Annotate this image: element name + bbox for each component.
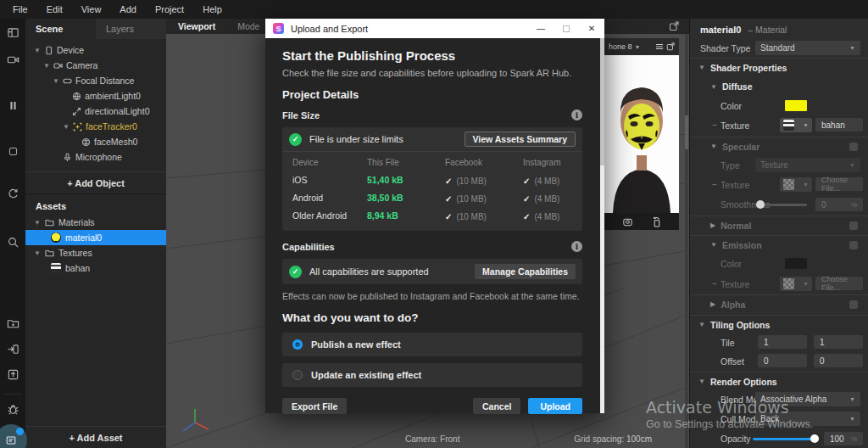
export-file-button[interactable]: Export File bbox=[282, 398, 347, 414]
tab-scene[interactable]: Scene bbox=[25, 19, 96, 39]
publish-note: Effects can now be published to Instagra… bbox=[282, 291, 582, 301]
opacity-value-field[interactable]: 100% bbox=[824, 432, 863, 445]
emission-choose-file-button[interactable]: Choose File... bbox=[815, 277, 863, 290]
chevron-down-icon[interactable]: ▼ bbox=[63, 123, 70, 131]
tree-item-ambient-light[interactable]: ambientLight0 bbox=[72, 88, 141, 104]
tab-layers[interactable]: Layers bbox=[96, 19, 166, 39]
menu-project[interactable]: Project bbox=[146, 4, 193, 14]
smoothness-value-field[interactable]: 0% bbox=[815, 198, 863, 211]
section-diffuse[interactable]: ▼Diffuse bbox=[690, 77, 868, 96]
restart-icon[interactable] bbox=[6, 187, 19, 200]
folder-icon bbox=[45, 218, 54, 227]
video-camera-icon[interactable] bbox=[6, 53, 19, 66]
cancel-button[interactable]: Cancel bbox=[473, 398, 520, 414]
menu-view[interactable]: View bbox=[72, 4, 111, 14]
tree-item-device[interactable]: ▼ Device bbox=[34, 42, 84, 58]
diffuse-color-swatch[interactable] bbox=[785, 100, 807, 111]
specular-texture-picker[interactable]: ▼ bbox=[780, 177, 812, 192]
dialog-titlebar[interactable]: S Upload and Export — ✕ bbox=[265, 19, 604, 38]
menu-edit[interactable]: Edit bbox=[37, 4, 72, 14]
export-icon[interactable] bbox=[6, 367, 19, 381]
menu-file[interactable]: File bbox=[3, 4, 37, 14]
smoothness-slider[interactable] bbox=[758, 204, 807, 206]
offset-x-field[interactable]: 0 bbox=[758, 354, 807, 367]
chevron-down-icon[interactable]: ▼ bbox=[34, 249, 41, 257]
opacity-slider[interactable] bbox=[753, 438, 817, 440]
tree-item-face-mesh[interactable]: faceMesh0 bbox=[81, 134, 137, 149]
directional-light-icon bbox=[72, 107, 81, 116]
rotate-device-icon[interactable] bbox=[651, 216, 662, 227]
section-shader-properties[interactable]: ▼Shader Properties bbox=[690, 58, 868, 76]
menu-add[interactable]: Add bbox=[110, 4, 146, 14]
section-tiling-options[interactable]: ▼Tiling Options bbox=[690, 315, 868, 333]
chevron-down-icon[interactable]: ▼ bbox=[34, 47, 41, 54]
specular-type-dropdown[interactable]: Texture▼ bbox=[755, 158, 860, 172]
tab-viewport[interactable]: Viewport bbox=[178, 21, 215, 31]
close-button[interactable]: ✕ bbox=[579, 19, 604, 38]
simulator-device-select[interactable]: hone 8 bbox=[609, 42, 632, 51]
tree-item-focal-distance[interactable]: ▼ Focal Distance bbox=[53, 73, 134, 88]
alpha-checkbox[interactable] bbox=[849, 300, 858, 309]
import-icon[interactable] bbox=[6, 342, 19, 356]
emission-color-swatch[interactable] bbox=[785, 258, 807, 269]
add-object-button[interactable]: + Add Object bbox=[25, 171, 166, 193]
chevron-down-icon[interactable]: ▼ bbox=[635, 44, 641, 50]
open-external-icon[interactable] bbox=[669, 21, 679, 31]
tab-mode[interactable]: Mode bbox=[237, 21, 259, 31]
feedback-avatar-button[interactable] bbox=[0, 424, 27, 448]
layout-panels-icon[interactable] bbox=[6, 25, 19, 39]
radio-selected-icon[interactable] bbox=[292, 339, 303, 350]
view-assets-summary-button[interactable]: View Assets Summary bbox=[465, 132, 576, 147]
tile-y-field[interactable]: 1 bbox=[814, 335, 863, 349]
section-alpha[interactable]: ▶Alpha bbox=[690, 294, 868, 313]
tree-item-face-tracker[interactable]: ▼ faceTracker0 bbox=[63, 119, 137, 134]
asset-item-bahan[interactable]: bahan bbox=[25, 260, 166, 276]
search-icon[interactable] bbox=[6, 235, 19, 249]
chevron-down-icon[interactable]: ▼ bbox=[43, 62, 50, 70]
viewport-scrollbar[interactable] bbox=[685, 34, 688, 448]
tree-item-directional-light[interactable]: directionalLight0 bbox=[72, 104, 149, 119]
flip-camera-icon[interactable] bbox=[622, 216, 633, 227]
menu-icon[interactable] bbox=[655, 42, 664, 51]
emission-texture-picker[interactable]: ▼ bbox=[780, 277, 812, 291]
section-emission[interactable]: ▼Emission bbox=[690, 235, 868, 254]
chevron-down-icon[interactable]: ▼ bbox=[53, 77, 59, 85]
open-external-icon[interactable] bbox=[666, 42, 675, 51]
minimize-button[interactable]: — bbox=[528, 19, 554, 38]
test-device-bug-icon[interactable] bbox=[6, 402, 19, 416]
assets-folder-materials[interactable]: ▼ Materials bbox=[25, 215, 166, 230]
radio-unselected-icon[interactable] bbox=[292, 370, 303, 380]
specular-checkbox[interactable] bbox=[849, 143, 858, 151]
diffuse-texture-picker[interactable]: ▼ bbox=[780, 118, 812, 132]
asset-item-material0[interactable]: material0 bbox=[25, 230, 166, 245]
info-icon[interactable]: i bbox=[571, 241, 582, 252]
assets-folder-textures[interactable]: ▼ Textures bbox=[25, 245, 166, 260]
add-asset-button[interactable]: + Add Asset bbox=[25, 426, 166, 448]
specular-choose-file-button[interactable]: Choose File... bbox=[815, 177, 863, 191]
section-specular[interactable]: ▼Specular bbox=[690, 137, 868, 155]
tree-item-camera[interactable]: ▼ Camera bbox=[43, 58, 97, 73]
section-normal[interactable]: ▶Normal bbox=[690, 216, 868, 234]
upload-button[interactable]: Upload bbox=[528, 398, 582, 414]
tree-item-microphone[interactable]: Microphone bbox=[63, 149, 122, 165]
offset-y-field[interactable]: 0 bbox=[814, 354, 863, 367]
tile-x-field[interactable]: 1 bbox=[758, 335, 807, 349]
info-icon[interactable]: i bbox=[571, 109, 582, 120]
dialog-scrollbar[interactable] bbox=[600, 38, 604, 413]
section-render-options[interactable]: ▼Render Options bbox=[690, 372, 868, 390]
manage-capabilities-button[interactable]: Manage Capabilities bbox=[475, 264, 576, 279]
blend-mode-dropdown[interactable]: Associative Alpha▼ bbox=[755, 392, 860, 406]
menu-help[interactable]: Help bbox=[193, 4, 231, 14]
diffuse-texture-name-field[interactable]: bahan bbox=[815, 118, 863, 132]
cull-mode-dropdown[interactable]: Back▼ bbox=[755, 412, 860, 426]
chevron-down-icon[interactable]: ▼ bbox=[34, 219, 41, 227]
normal-checkbox[interactable] bbox=[849, 221, 858, 230]
new-folder-icon[interactable] bbox=[6, 316, 19, 330]
option-publish-new-effect[interactable]: Publish a new effect bbox=[282, 333, 582, 356]
option-update-existing-effect[interactable]: Update an existing effect bbox=[282, 363, 582, 387]
pause-icon[interactable] bbox=[6, 98, 19, 112]
maximize-button[interactable] bbox=[554, 19, 579, 38]
stop-icon[interactable] bbox=[6, 144, 19, 158]
emission-checkbox[interactable] bbox=[849, 241, 858, 249]
shader-type-dropdown[interactable]: Standard▼ bbox=[755, 41, 860, 55]
